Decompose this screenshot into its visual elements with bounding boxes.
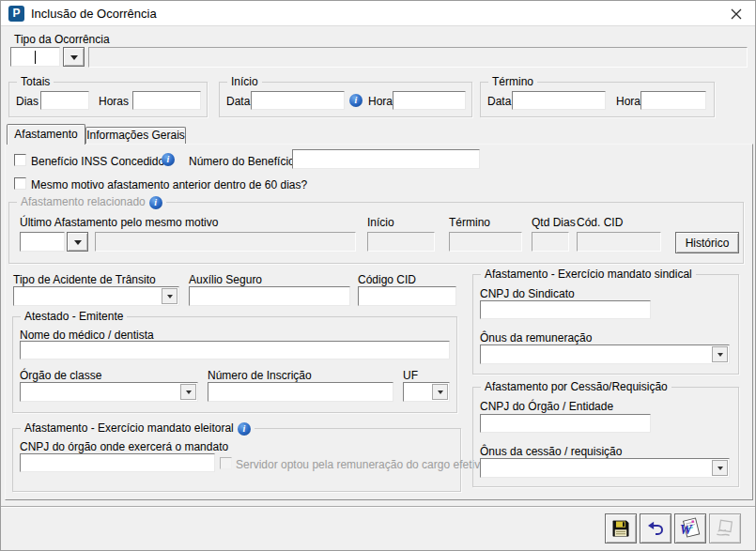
uf-combobox[interactable] — [403, 382, 450, 402]
numero-inscricao-input[interactable] — [208, 382, 393, 402]
onus-remuneracao-combobox[interactable] — [480, 344, 730, 364]
onus-cessao-label: Ônus da cessão / requisição — [480, 445, 622, 458]
inicio-group-title: Início — [231, 75, 258, 89]
dialog-inclusao-ocorrencia: P Inclusão de Ocorrência Tipo da Ocorrên… — [0, 0, 756, 551]
window-title: Inclusão de Ocorrência — [31, 7, 157, 21]
relacionado-inicio-field — [367, 232, 435, 252]
onus-cessao-combobox[interactable] — [480, 458, 730, 478]
mesmo-motivo-checkbox[interactable] — [14, 177, 26, 190]
orgao-classe-combobox[interactable] — [20, 382, 198, 402]
tipo-ocorrencia-dropdown-button[interactable] — [63, 47, 85, 67]
numero-inscricao-label: Número de Inscrição — [208, 369, 312, 382]
inicio-hora-input[interactable] — [393, 91, 466, 110]
ultimo-afastamento-dropdown-button[interactable] — [67, 232, 88, 252]
save-button[interactable] — [605, 513, 637, 543]
mesmo-motivo-label: Mesmo motivo afastamento anterior dentro… — [31, 178, 307, 191]
codigo-cid-label: Código CID — [358, 273, 416, 286]
beneficio-inss-checkbox[interactable] — [14, 154, 26, 166]
tipo-ocorrencia-description-field — [88, 47, 748, 68]
signature-button — [709, 513, 741, 543]
close-icon — [729, 7, 744, 22]
cnpj-sindicato-label: CNPJ do Sindicato — [480, 287, 575, 300]
inicio-data-label: Data — [226, 95, 250, 108]
info-icon[interactable] — [349, 94, 363, 107]
servidor-optou-checkbox — [220, 457, 232, 469]
cessao-requisicao-title: Afastamento por Cessão/Requisição — [485, 380, 668, 394]
undo-button[interactable] — [640, 513, 671, 543]
tipo-ocorrencia-label: Tipo da Ocorrência — [14, 33, 110, 46]
cod-cid-field — [577, 232, 661, 252]
text-caret — [35, 51, 36, 64]
numero-beneficio-input[interactable] — [292, 149, 480, 169]
auxilio-seguro-input[interactable] — [189, 286, 350, 306]
inicio-hora-label: Hora — [368, 95, 393, 108]
historico-button[interactable]: Histórico — [675, 232, 739, 253]
close-button[interactable] — [729, 7, 744, 22]
word-export-button[interactable]: W — [674, 513, 706, 543]
info-icon[interactable] — [238, 422, 251, 436]
relacionado-inicio-label: Início — [367, 216, 394, 229]
qtd-dias-label: Qtd Dias — [532, 216, 576, 229]
inicio-data-input[interactable] — [251, 91, 345, 110]
titlebar: P Inclusão de Ocorrência — [1, 1, 755, 26]
svg-text:W: W — [680, 522, 693, 537]
cnpj-mandato-input[interactable] — [20, 453, 215, 472]
auxilio-seguro-label: Auxílio Seguro — [189, 273, 262, 286]
mandato-sindical-title: Afastamento - Exercício mandato sindical — [485, 268, 692, 282]
termino-data-input[interactable] — [512, 91, 606, 110]
termino-data-label: Data — [487, 95, 511, 108]
qtd-dias-field — [532, 232, 569, 252]
cnpj-sindicato-input[interactable] — [480, 300, 651, 319]
nome-medico-label: Nome do médico / dentista — [20, 329, 154, 342]
relacionado-termino-field — [449, 232, 522, 252]
cnpj-mandato-label: CNPJ do órgão onde exercerá o mandato — [20, 440, 228, 453]
undo-icon — [646, 519, 665, 538]
termino-hora-input[interactable] — [640, 91, 706, 110]
cod-cid-label: Cód. CID — [577, 216, 623, 229]
app-logo-icon: P — [8, 6, 24, 22]
onus-remuneracao-label: Ônus da remuneração — [480, 331, 592, 344]
codigo-cid-input[interactable] — [358, 286, 456, 306]
info-icon[interactable] — [149, 196, 162, 209]
ultimo-afastamento-descricao-field — [95, 232, 356, 252]
beneficio-inss-label: Benefício INSS Concedido? — [31, 155, 171, 168]
tab-afastamento[interactable]: Afastamento — [7, 124, 85, 145]
ultimo-afastamento-label: Último Afastamento pelo mesmo motivo — [20, 216, 218, 229]
uf-label: UF — [403, 369, 418, 382]
tipo-acidente-combobox[interactable] — [13, 286, 179, 306]
atestado-emitente-title: Atestado - Emitente — [24, 310, 123, 324]
chevron-down-icon — [74, 240, 82, 249]
dias-input[interactable] — [40, 91, 89, 110]
horas-input[interactable] — [132, 91, 201, 110]
floppy-disk-icon — [611, 519, 630, 538]
totais-group-title: Totais — [21, 75, 50, 89]
chevron-down-icon — [712, 460, 728, 476]
termino-group-title: Término — [492, 75, 533, 89]
cnpj-orgao-entidade-input[interactable] — [480, 414, 651, 433]
info-icon[interactable] — [162, 153, 175, 166]
cnpj-orgao-entidade-label: CNPJ do Órgão / Entidade — [480, 400, 613, 413]
chevron-down-icon — [70, 55, 78, 64]
ultimo-afastamento-code-input[interactable] — [20, 232, 65, 252]
orgao-classe-label: Órgão de classe — [20, 369, 101, 382]
tab-informacoes-gerais[interactable]: Informações Gerais — [85, 127, 186, 144]
nome-medico-input[interactable] — [20, 341, 450, 360]
chevron-down-icon — [712, 346, 728, 362]
afastamento-relacionado-title: Afastamento relacionado — [21, 195, 146, 209]
footer-separator — [1, 506, 756, 508]
chevron-down-icon — [180, 384, 196, 400]
relacionado-termino-label: Término — [449, 216, 490, 229]
chevron-down-icon — [432, 384, 448, 400]
chevron-down-icon — [162, 288, 177, 304]
mandato-eleitoral-title: Afastamento - Exercício mandato eleitora… — [24, 421, 234, 436]
dias-label: Dias — [16, 95, 39, 108]
signature-stamp-icon — [714, 517, 736, 540]
tipo-acidente-label: Tipo de Acidente de Trânsito — [13, 273, 156, 286]
servidor-optou-label: Servidor optou pela remuneração do cargo… — [236, 458, 486, 471]
word-document-icon: W — [679, 517, 702, 540]
horas-label: Horas — [99, 95, 129, 108]
numero-beneficio-label: Número do Benefício — [189, 155, 295, 168]
termino-hora-label: Hora — [616, 95, 640, 108]
